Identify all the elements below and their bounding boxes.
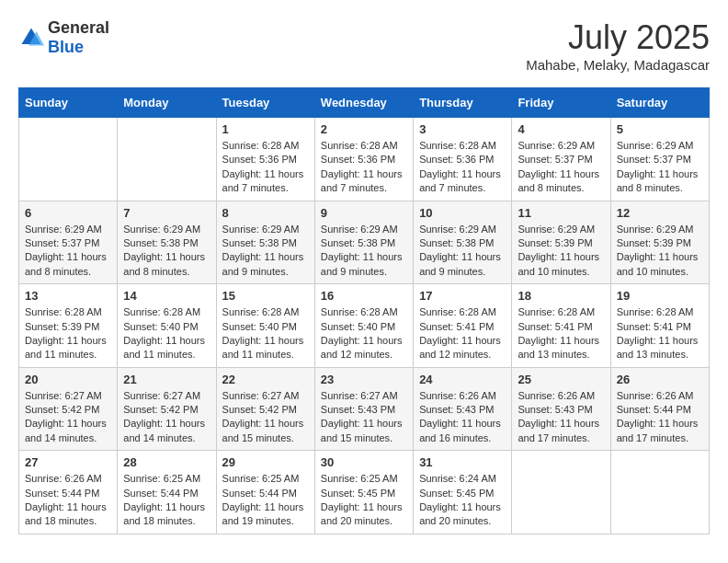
calendar-cell: 12Sunrise: 6:29 AM Sunset: 5:39 PM Dayli… [610, 201, 709, 284]
logo: General Blue [18, 18, 109, 57]
calendar-cell: 3Sunrise: 6:28 AM Sunset: 5:36 PM Daylig… [414, 118, 512, 201]
calendar-cell: 18Sunrise: 6:28 AM Sunset: 5:41 PM Dayli… [512, 284, 610, 368]
calendar-week-row: 27Sunrise: 6:26 AM Sunset: 5:44 PM Dayli… [19, 451, 710, 534]
day-info: Sunrise: 6:25 AM Sunset: 5:44 PM Dayligh… [222, 472, 309, 529]
calendar-day-header: Friday [512, 88, 610, 118]
calendar-cell [610, 451, 709, 534]
day-info: Sunrise: 6:26 AM Sunset: 5:44 PM Dayligh… [25, 472, 111, 529]
day-info: Sunrise: 6:26 AM Sunset: 5:44 PM Dayligh… [617, 389, 703, 446]
calendar-day-header: Saturday [610, 88, 709, 118]
day-number: 1 [222, 122, 309, 136]
day-number: 21 [123, 373, 210, 386]
day-info: Sunrise: 6:25 AM Sunset: 5:45 PM Dayligh… [321, 472, 407, 529]
calendar-cell: 8Sunrise: 6:29 AM Sunset: 5:38 PM Daylig… [216, 201, 314, 284]
day-number: 27 [25, 455, 111, 469]
day-number: 16 [321, 289, 407, 303]
day-number: 22 [222, 373, 309, 386]
calendar-cell: 22Sunrise: 6:27 AM Sunset: 5:42 PM Dayli… [216, 367, 314, 451]
day-info: Sunrise: 6:28 AM Sunset: 5:36 PM Dayligh… [419, 139, 506, 196]
day-number: 7 [123, 206, 210, 220]
calendar-cell: 5Sunrise: 6:29 AM Sunset: 5:37 PM Daylig… [610, 118, 709, 201]
day-number: 17 [419, 289, 506, 303]
calendar-cell: 24Sunrise: 6:26 AM Sunset: 5:43 PM Dayli… [414, 367, 512, 451]
calendar-cell [118, 118, 216, 201]
day-number: 25 [518, 373, 604, 386]
day-number: 31 [419, 455, 506, 469]
day-info: Sunrise: 6:26 AM Sunset: 5:43 PM Dayligh… [518, 389, 604, 446]
calendar-cell: 30Sunrise: 6:25 AM Sunset: 5:45 PM Dayli… [314, 451, 413, 534]
day-info: Sunrise: 6:29 AM Sunset: 5:37 PM Dayligh… [518, 139, 604, 196]
calendar-cell: 26Sunrise: 6:26 AM Sunset: 5:44 PM Dayli… [610, 367, 709, 451]
calendar-cell: 17Sunrise: 6:28 AM Sunset: 5:41 PM Dayli… [414, 284, 512, 368]
calendar-cell: 14Sunrise: 6:28 AM Sunset: 5:40 PM Dayli… [118, 284, 216, 368]
day-number: 18 [518, 289, 604, 303]
calendar-cell: 16Sunrise: 6:28 AM Sunset: 5:40 PM Dayli… [314, 284, 413, 368]
day-info: Sunrise: 6:28 AM Sunset: 5:36 PM Dayligh… [222, 139, 309, 196]
day-number: 3 [419, 122, 506, 136]
day-number: 15 [222, 289, 309, 303]
calendar-cell: 20Sunrise: 6:27 AM Sunset: 5:42 PM Dayli… [19, 367, 118, 451]
day-number: 19 [617, 289, 703, 303]
calendar-cell: 4Sunrise: 6:29 AM Sunset: 5:37 PM Daylig… [512, 118, 610, 201]
day-info: Sunrise: 6:29 AM Sunset: 5:38 PM Dayligh… [222, 223, 309, 280]
day-info: Sunrise: 6:26 AM Sunset: 5:43 PM Dayligh… [419, 389, 506, 446]
calendar-cell [512, 451, 610, 534]
calendar-cell: 23Sunrise: 6:27 AM Sunset: 5:43 PM Dayli… [314, 367, 413, 451]
calendar-body: 1Sunrise: 6:28 AM Sunset: 5:36 PM Daylig… [19, 118, 710, 534]
day-info: Sunrise: 6:25 AM Sunset: 5:44 PM Dayligh… [123, 472, 210, 529]
location-subtitle: Mahabe, Melaky, Madagascar [526, 57, 710, 73]
day-number: 9 [321, 206, 407, 220]
page-header: General Blue July 2025 Mahabe, Melaky, M… [18, 18, 710, 73]
calendar-cell: 28Sunrise: 6:25 AM Sunset: 5:44 PM Dayli… [118, 451, 216, 534]
calendar-cell: 1Sunrise: 6:28 AM Sunset: 5:36 PM Daylig… [216, 118, 314, 201]
day-info: Sunrise: 6:29 AM Sunset: 5:39 PM Dayligh… [617, 223, 703, 280]
day-info: Sunrise: 6:28 AM Sunset: 5:41 PM Dayligh… [518, 305, 604, 362]
day-number: 11 [518, 206, 604, 220]
calendar-day-header: Tuesday [216, 88, 314, 118]
day-info: Sunrise: 6:28 AM Sunset: 5:41 PM Dayligh… [617, 305, 703, 362]
calendar-table: SundayMondayTuesdayWednesdayThursdayFrid… [18, 87, 710, 534]
day-number: 10 [419, 206, 506, 220]
calendar-cell: 10Sunrise: 6:29 AM Sunset: 5:38 PM Dayli… [414, 201, 512, 284]
calendar-week-row: 6Sunrise: 6:29 AM Sunset: 5:37 PM Daylig… [19, 201, 710, 284]
day-info: Sunrise: 6:28 AM Sunset: 5:36 PM Dayligh… [321, 139, 407, 196]
calendar-cell: 27Sunrise: 6:26 AM Sunset: 5:44 PM Dayli… [19, 451, 118, 534]
day-number: 29 [222, 455, 309, 469]
day-info: Sunrise: 6:28 AM Sunset: 5:39 PM Dayligh… [25, 305, 111, 362]
day-info: Sunrise: 6:27 AM Sunset: 5:42 PM Dayligh… [123, 389, 210, 446]
logo-text: General Blue [48, 18, 109, 57]
day-number: 8 [222, 206, 309, 220]
calendar-cell [19, 118, 118, 201]
calendar-cell: 25Sunrise: 6:26 AM Sunset: 5:43 PM Dayli… [512, 367, 610, 451]
day-info: Sunrise: 6:29 AM Sunset: 5:39 PM Dayligh… [518, 223, 604, 280]
day-number: 23 [321, 373, 407, 386]
calendar-cell: 15Sunrise: 6:28 AM Sunset: 5:40 PM Dayli… [216, 284, 314, 368]
calendar-cell: 19Sunrise: 6:28 AM Sunset: 5:41 PM Dayli… [610, 284, 709, 368]
calendar-header-row: SundayMondayTuesdayWednesdayThursdayFrid… [19, 88, 710, 118]
day-info: Sunrise: 6:28 AM Sunset: 5:41 PM Dayligh… [419, 305, 506, 362]
day-info: Sunrise: 6:27 AM Sunset: 5:43 PM Dayligh… [321, 389, 407, 446]
day-info: Sunrise: 6:28 AM Sunset: 5:40 PM Dayligh… [321, 305, 407, 362]
day-info: Sunrise: 6:29 AM Sunset: 5:38 PM Dayligh… [123, 223, 210, 280]
day-info: Sunrise: 6:28 AM Sunset: 5:40 PM Dayligh… [222, 305, 309, 362]
day-info: Sunrise: 6:29 AM Sunset: 5:38 PM Dayligh… [419, 223, 506, 280]
day-number: 28 [123, 455, 210, 469]
month-title: July 2025 [526, 18, 710, 57]
calendar-cell: 9Sunrise: 6:29 AM Sunset: 5:38 PM Daylig… [314, 201, 413, 284]
day-info: Sunrise: 6:27 AM Sunset: 5:42 PM Dayligh… [222, 389, 309, 446]
calendar-cell: 7Sunrise: 6:29 AM Sunset: 5:38 PM Daylig… [118, 201, 216, 284]
calendar-week-row: 1Sunrise: 6:28 AM Sunset: 5:36 PM Daylig… [19, 118, 710, 201]
calendar-week-row: 20Sunrise: 6:27 AM Sunset: 5:42 PM Dayli… [19, 367, 710, 451]
calendar-week-row: 13Sunrise: 6:28 AM Sunset: 5:39 PM Dayli… [19, 284, 710, 368]
calendar-day-header: Wednesday [314, 88, 413, 118]
day-number: 30 [321, 455, 407, 469]
calendar-day-header: Monday [118, 88, 216, 118]
calendar-cell: 31Sunrise: 6:24 AM Sunset: 5:45 PM Dayli… [414, 451, 512, 534]
calendar-cell: 11Sunrise: 6:29 AM Sunset: 5:39 PM Dayli… [512, 201, 610, 284]
day-info: Sunrise: 6:27 AM Sunset: 5:42 PM Dayligh… [25, 389, 111, 446]
calendar-cell: 13Sunrise: 6:28 AM Sunset: 5:39 PM Dayli… [19, 284, 118, 368]
day-number: 12 [617, 206, 703, 220]
day-number: 14 [123, 289, 210, 303]
day-number: 24 [419, 373, 506, 386]
day-info: Sunrise: 6:29 AM Sunset: 5:37 PM Dayligh… [25, 223, 111, 280]
